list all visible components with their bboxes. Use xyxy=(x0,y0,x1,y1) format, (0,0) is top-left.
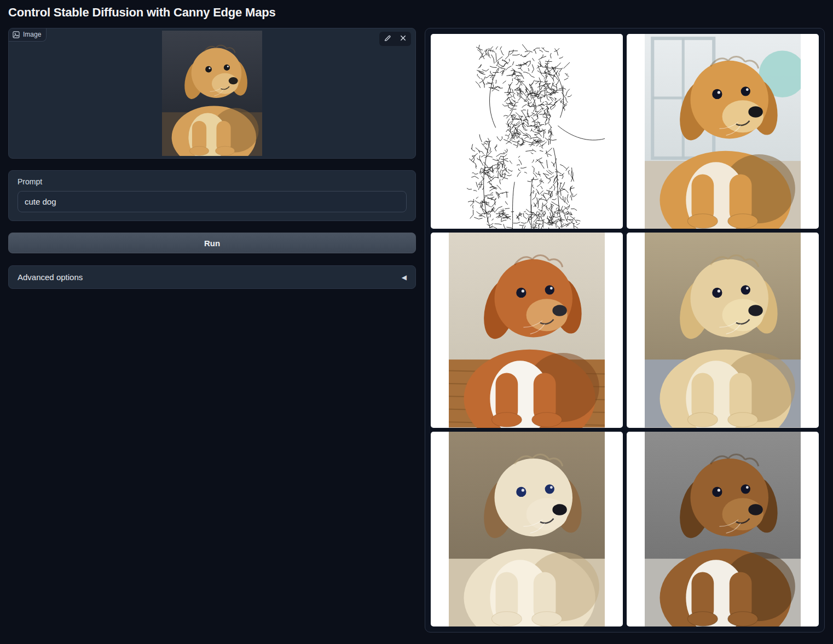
right-column xyxy=(425,28,825,633)
gallery-item-4-generated-puppy-3[interactable] xyxy=(627,233,819,427)
prompt-label: Prompt xyxy=(18,177,407,186)
left-column: Image xyxy=(8,28,416,289)
gallery-item-6-generated-puppy-5[interactable] xyxy=(627,432,819,626)
clear-button[interactable] xyxy=(396,33,410,45)
image-toolbar xyxy=(379,32,411,46)
prompt-input[interactable] xyxy=(18,191,407,212)
advanced-accordion[interactable]: Advanced options ◀ xyxy=(8,265,416,289)
run-button[interactable]: Run xyxy=(8,233,416,253)
gallery-item-2-generated-puppy-1[interactable] xyxy=(627,34,819,229)
main-layout: Image xyxy=(8,28,825,633)
advanced-label: Advanced options xyxy=(18,272,83,282)
accordion-arrow-icon: ◀ xyxy=(402,274,407,281)
image-icon xyxy=(13,31,20,38)
edit-button[interactable] xyxy=(380,33,395,45)
gallery-item-3-generated-puppy-2[interactable] xyxy=(431,233,623,427)
gallery-item-1-canny-edge-map[interactable] xyxy=(431,34,623,229)
output-gallery xyxy=(425,28,825,633)
pencil-icon xyxy=(384,34,391,44)
image-block: Image xyxy=(8,28,416,159)
page-title: Control Stable Diffusion with Canny Edge… xyxy=(8,5,825,20)
prompt-block: Prompt xyxy=(8,170,416,221)
input-image[interactable] xyxy=(162,31,262,156)
image-label: Image xyxy=(23,31,41,38)
gallery-item-5-generated-puppy-4[interactable] xyxy=(431,432,623,626)
close-icon xyxy=(400,34,407,43)
image-label-badge: Image xyxy=(9,28,47,42)
